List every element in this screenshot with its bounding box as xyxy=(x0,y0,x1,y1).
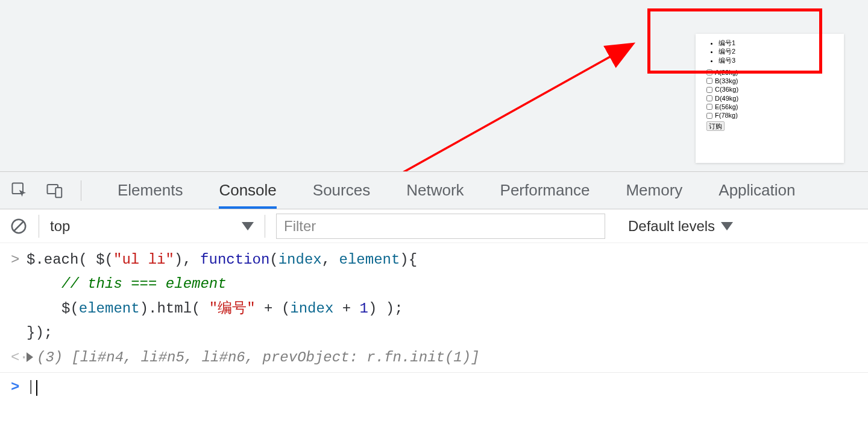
execution-context-select[interactable]: top xyxy=(39,215,265,238)
devtools-tabstrip: Elements Console Sources Network Perform… xyxy=(0,172,868,209)
checkbox-label: B(33kg) xyxy=(715,77,738,85)
tab-application[interactable]: Application xyxy=(700,173,813,208)
order-button[interactable]: 订购 xyxy=(706,121,725,131)
tab-elements[interactable]: Elements xyxy=(99,173,201,208)
tab-memory[interactable]: Memory xyxy=(608,173,700,208)
console-filter-input[interactable] xyxy=(276,214,605,239)
checkbox-b[interactable] xyxy=(706,78,712,84)
checkbox-row: A(20kg) xyxy=(702,68,838,77)
page-preview-panel: 编号1 编号2 编号3 A(20kg) B(33kg) C(36kg) D(49… xyxy=(696,34,844,163)
clear-console-icon[interactable] xyxy=(10,217,28,235)
text-cursor xyxy=(36,380,37,396)
divider xyxy=(0,372,868,373)
console-input-line: }); xyxy=(0,321,868,345)
devtools-tab-list: Elements Console Sources Network Perform… xyxy=(81,173,814,208)
levels-label: Default levels xyxy=(628,218,715,235)
checkbox-label: F(78kg) xyxy=(715,111,738,119)
checkbox-d[interactable] xyxy=(706,95,712,101)
checkbox-label: A(20kg) xyxy=(715,68,738,77)
checkbox-row: D(49kg) xyxy=(702,94,838,103)
console-output-line: <· (3) [li#n4, li#n5, li#n6, prevObject:… xyxy=(0,346,868,370)
checkbox-row: F(78kg) xyxy=(702,111,838,119)
console-toolbar: top Default levels xyxy=(0,209,868,243)
checkbox-c[interactable] xyxy=(706,87,712,93)
checkbox-e[interactable] xyxy=(706,104,712,110)
tab-console[interactable]: Console xyxy=(201,173,294,208)
chevron-down-icon xyxy=(721,222,733,230)
list-item: 编号2 xyxy=(719,47,838,56)
list-item: 编号3 xyxy=(719,56,838,65)
checkbox-f[interactable] xyxy=(706,113,712,119)
expand-icon[interactable] xyxy=(27,352,33,362)
log-levels-select[interactable]: Default levels xyxy=(616,218,733,235)
checkbox-row: E(56kg) xyxy=(702,103,838,111)
checkbox-label: D(49kg) xyxy=(715,94,738,103)
toggle-device-icon[interactable] xyxy=(46,182,64,200)
console-input-line: > $.each( $("ul li"), function(index, el… xyxy=(0,248,868,272)
console-prompt[interactable]: > | xyxy=(0,375,868,399)
console-input-line: $(element).html( "编号" + (index + 1) ); xyxy=(0,297,868,321)
console-output[interactable]: > $.each( $("ul li"), function(index, el… xyxy=(0,243,868,438)
inspect-element-icon[interactable] xyxy=(11,182,29,200)
checkbox-a[interactable] xyxy=(706,69,712,75)
chevron-down-icon xyxy=(242,222,254,230)
svg-line-5 xyxy=(14,221,24,230)
svg-rect-3 xyxy=(55,188,61,197)
checkbox-label: C(36kg) xyxy=(715,85,738,94)
context-value: top xyxy=(50,218,70,235)
devtools-panel: Elements Console Sources Network Perform… xyxy=(0,171,868,438)
tab-sources[interactable]: Sources xyxy=(295,173,388,208)
console-input-line: // this === element xyxy=(0,272,868,296)
checkbox-label: E(56kg) xyxy=(715,103,738,111)
list-item: 编号1 xyxy=(719,39,838,47)
checkbox-row: C(36kg) xyxy=(702,85,838,94)
checkbox-row: B(33kg) xyxy=(702,77,838,85)
tab-performance[interactable]: Performance xyxy=(482,173,608,208)
tab-network[interactable]: Network xyxy=(388,173,482,208)
preview-bullet-list: 编号1 编号2 编号3 xyxy=(702,39,838,65)
